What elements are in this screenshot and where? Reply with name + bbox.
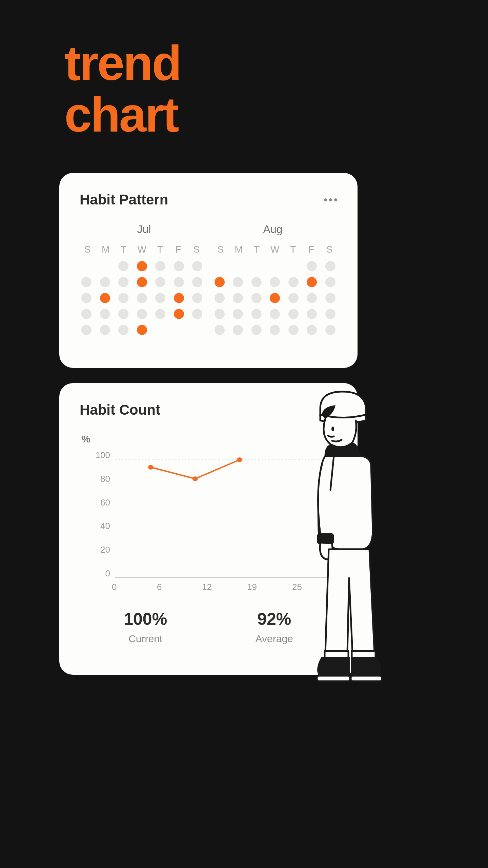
habit-dot-inactive [270,325,280,335]
x-tick: 19 [247,582,292,592]
habit-dot-inactive [325,293,336,303]
habit-dot-inactive [215,325,225,335]
weekday-label: S [81,244,94,255]
habit-dot-inactive [307,309,317,319]
page-title: trend chart [64,37,181,141]
weekday-row: SMTWTFS [215,244,336,255]
habit-dot-inactive [288,325,299,335]
month-block-jul: SMTWTFS [81,244,203,335]
habit-dot-inactive [81,325,92,335]
dot-row [215,309,336,319]
dot-grid-aug [215,261,336,335]
weekday-label: F [305,244,317,255]
stat-current-value: 100% [124,609,167,629]
page-title-line1: trend [64,37,181,89]
habit-dot-empty [192,325,202,335]
habit-dot-inactive [118,293,128,303]
weekday-label: F [172,244,184,255]
weekday-label: T [118,244,130,255]
habit-dot-active [174,293,184,303]
chart-point [237,457,242,462]
habit-dot-inactive [288,309,299,319]
habit-dot-inactive [137,309,147,319]
habit-dot-active [174,309,184,319]
dot-row [215,261,336,271]
habit-dot-inactive [118,309,128,319]
pattern-grid-wrap: SMTWTFS SMTWTFS [80,244,337,335]
habit-dot-empty [270,261,280,271]
dot-row [215,325,336,335]
habit-dot-empty [288,261,299,271]
svg-point-0 [331,427,334,431]
y-tick: 40 [83,521,110,531]
card-header: Habit Pattern [80,192,337,208]
habit-dot-inactive [118,277,128,287]
y-tick: 20 [83,545,110,555]
habit-dot-active [137,277,147,287]
habit-dot-inactive [192,309,202,319]
habit-dot-inactive [325,277,336,287]
habit-dot-empty [100,261,110,271]
habit-dot-inactive [100,277,110,287]
habit-dot-inactive [81,309,92,319]
habit-dot-inactive [325,325,336,335]
weekday-label: T [251,244,263,255]
stat-average-value: 92% [256,609,293,629]
dot-grid-jul [81,261,203,335]
person-illustration [302,388,383,683]
weekday-label: S [190,244,202,255]
stat-average: 92% Average [256,609,293,645]
chart-point [192,476,198,481]
weekday-label: W [269,244,281,255]
weekday-label: S [215,244,227,255]
habit-dot-empty [174,325,184,335]
dot-row [81,325,203,335]
habit-dot-inactive [118,325,128,335]
y-tick: 60 [83,497,110,508]
dot-row [215,293,336,303]
habit-dot-inactive [155,309,165,319]
weekday-label: T [287,244,299,255]
habit-dot-inactive [174,277,184,287]
habit-pattern-title: Habit Pattern [80,192,168,208]
habit-dot-active [137,325,147,335]
month-label-jul: Jul [86,223,202,236]
habit-dot-inactive [233,293,243,303]
habit-dot-inactive [288,293,299,303]
month-block-aug: SMTWTFS [215,244,336,335]
x-tick: 12 [202,582,247,592]
habit-dot-inactive [233,325,243,335]
habit-dot-inactive [118,261,128,271]
habit-dot-inactive [251,325,262,335]
chart-y-unit: % [81,433,337,445]
weekday-label: S [323,244,336,255]
habit-dot-inactive [288,277,299,287]
habit-dot-inactive [325,261,336,271]
habit-pattern-card: Habit Pattern Jul Aug SMTWTFS SMTWTFS [59,173,358,368]
stat-average-label: Average [256,633,293,645]
habit-dot-inactive [215,309,225,319]
habit-dot-empty [233,261,243,271]
svg-rect-4 [317,676,350,681]
habit-dot-active [215,277,225,287]
habit-dot-inactive [233,309,243,319]
weekday-label: M [100,244,112,255]
dot-row [81,293,203,303]
habit-dot-inactive [233,277,243,287]
habit-dot-empty [251,261,262,271]
habit-dot-inactive [270,277,280,287]
stat-current-label: Current [124,633,167,645]
habit-dot-inactive [307,293,317,303]
habit-dot-active [270,293,280,303]
habit-dot-empty [215,261,225,271]
more-icon[interactable] [324,198,337,201]
habit-dot-inactive [270,309,280,319]
weekday-label: M [232,244,245,255]
chart-area: 100806040200 06121925 [83,450,337,592]
habit-dot-inactive [215,293,225,303]
habit-dot-inactive [307,261,317,271]
habit-dot-inactive [251,293,262,303]
month-label-aug: Aug [215,223,331,236]
y-axis: 100806040200 [83,450,110,579]
habit-dot-inactive [307,325,317,335]
